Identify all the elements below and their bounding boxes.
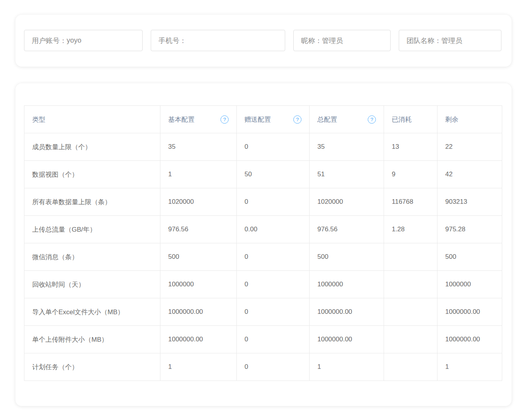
cell-total: 1020000 [310, 188, 384, 216]
quota-card: 类型 基本配置 ? 赠送配置 ? 总配置 [16, 83, 512, 406]
cell-gift: 0 [237, 188, 310, 216]
cell-consumed [384, 353, 437, 381]
column-header-label: 总配置 [317, 115, 337, 124]
cell-total: 1000000.00 [310, 298, 384, 326]
column-header-label: 剩余 [445, 116, 458, 123]
cell-basic: 1000000 [160, 271, 237, 298]
cell-total: 1000000 [310, 271, 384, 298]
cell-consumed: 1.28 [384, 216, 437, 243]
column-header-type: 类型 [24, 106, 160, 133]
cell-total: 500 [310, 243, 384, 271]
table-row: 成员数量上限（个） 35 0 35 13 22 [24, 133, 502, 161]
cell-gift: 50 [237, 161, 310, 188]
table-row: 数据视图（个） 1 50 51 9 42 [24, 161, 502, 188]
cell-consumed [384, 243, 437, 271]
cell-gift: 0 [237, 353, 310, 381]
table-row: 所有表单数据量上限（条） 1020000 0 1020000 116768 90… [24, 188, 502, 216]
nickname-label: 昵称： [301, 36, 322, 45]
cell-basic: 1000000.00 [160, 326, 237, 353]
table-header-row: 类型 基本配置 ? 赠送配置 ? 总配置 [24, 106, 502, 133]
help-icon[interactable]: ? [293, 115, 301, 124]
cell-gift: 0 [237, 133, 310, 161]
cell-basic: 1 [160, 161, 237, 188]
column-header-remaining: 剩余 [437, 106, 502, 133]
table-row: 微信消息（条） 500 0 500 500 [24, 243, 502, 271]
cell-consumed [384, 326, 437, 353]
column-header-label: 类型 [32, 116, 45, 123]
user-account-value: yoyo [67, 36, 81, 45]
cell-basic: 500 [160, 243, 237, 271]
row-label: 单个上传附件大小（MB） [24, 326, 160, 353]
cell-basic: 1 [160, 353, 237, 381]
user-info-card: 用户账号：yoyo 手机号： 昵称：管理员 团队名称：管理员 [16, 15, 512, 67]
row-label: 回收站时间（天） [24, 271, 160, 298]
row-label: 导入单个Excel文件大小（MB） [24, 298, 160, 326]
cell-total: 1000000.00 [310, 326, 384, 353]
cell-remaining: 42 [437, 161, 502, 188]
cell-gift: 0 [237, 243, 310, 271]
cell-total: 35 [310, 133, 384, 161]
column-header-label: 基本配置 [168, 115, 195, 124]
cell-basic: 976.56 [160, 216, 237, 243]
user-account-label: 用户账号： [32, 36, 67, 45]
cell-total: 976.56 [310, 216, 384, 243]
phone-number-label: 手机号： [158, 36, 186, 45]
nickname-value: 管理员 [322, 36, 343, 45]
cell-gift: 0 [237, 271, 310, 298]
cell-consumed: 116768 [384, 188, 437, 216]
cell-consumed: 9 [384, 161, 437, 188]
table-row: 回收站时间（天） 1000000 0 1000000 1000000 [24, 271, 502, 298]
user-account-field[interactable]: 用户账号：yoyo [24, 30, 143, 51]
help-icon[interactable]: ? [220, 115, 229, 124]
table-row: 单个上传附件大小（MB） 1000000.00 0 1000000.00 100… [24, 326, 502, 353]
cell-consumed: 13 [384, 133, 437, 161]
cell-remaining: 1000000.00 [437, 326, 502, 353]
cell-remaining: 1000000.00 [437, 298, 502, 326]
cell-basic: 35 [160, 133, 237, 161]
table-row: 上传总流量（GB/年） 976.56 0.00 976.56 1.28 975.… [24, 216, 502, 243]
row-label: 成员数量上限（个） [24, 133, 160, 161]
cell-basic: 1020000 [160, 188, 237, 216]
team-name-label: 团队名称： [406, 36, 441, 45]
column-header-consumed: 已消耗 [384, 106, 437, 133]
column-header-total-config: 总配置 ? [310, 106, 384, 133]
cell-remaining: 500 [437, 243, 502, 271]
nickname-field[interactable]: 昵称：管理员 [293, 30, 391, 51]
cell-gift: 0.00 [237, 216, 310, 243]
cell-remaining: 975.28 [437, 216, 502, 243]
row-label: 计划任务（个） [24, 353, 160, 381]
phone-number-field[interactable]: 手机号： [151, 30, 285, 51]
row-label: 微信消息（条） [24, 243, 160, 271]
column-header-basic-config: 基本配置 ? [160, 106, 237, 133]
cell-total: 1 [310, 353, 384, 381]
row-label: 所有表单数据量上限（条） [24, 188, 160, 216]
team-name-field[interactable]: 团队名称：管理员 [399, 30, 501, 51]
cell-remaining: 22 [437, 133, 502, 161]
column-header-gift-config: 赠送配置 ? [237, 106, 310, 133]
help-icon[interactable]: ? [368, 115, 376, 124]
cell-remaining: 1000000 [437, 271, 502, 298]
cell-consumed [384, 271, 437, 298]
cell-remaining: 1 [437, 353, 502, 381]
table-row: 导入单个Excel文件大小（MB） 1000000.00 0 1000000.0… [24, 298, 502, 326]
cell-gift: 0 [237, 326, 310, 353]
team-name-value: 管理员 [441, 36, 462, 45]
quota-table: 类型 基本配置 ? 赠送配置 ? 总配置 [24, 105, 502, 381]
column-header-label: 已消耗 [392, 116, 412, 123]
cell-remaining: 903213 [437, 188, 502, 216]
column-header-label: 赠送配置 [245, 115, 271, 124]
cell-basic: 1000000.00 [160, 298, 237, 326]
cell-gift: 0 [237, 298, 310, 326]
table-row: 计划任务（个） 1 0 1 1 [24, 353, 502, 381]
cell-total: 51 [310, 161, 384, 188]
row-label: 上传总流量（GB/年） [24, 216, 160, 243]
row-label: 数据视图（个） [24, 161, 160, 188]
cell-consumed [384, 298, 437, 326]
